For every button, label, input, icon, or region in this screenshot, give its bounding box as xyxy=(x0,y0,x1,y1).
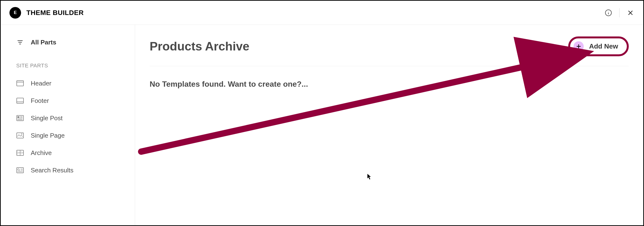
topbar: E THEME BUILDER xyxy=(1,1,643,25)
sidebar-item-label: Footer xyxy=(31,97,49,105)
svg-point-19 xyxy=(21,133,22,134)
plus-icon xyxy=(574,41,584,51)
sidebar-item-label: Search Results xyxy=(31,167,73,174)
add-new-label: Add New xyxy=(589,42,618,50)
body: All Parts SITE PARTS Header Footer xyxy=(1,25,643,225)
svg-rect-6 xyxy=(18,42,22,43)
main-content: Products Archive Add New No Templates fo… xyxy=(135,25,643,225)
add-new-button[interactable]: Add New xyxy=(568,36,629,56)
svg-point-25 xyxy=(21,151,21,152)
footer-icon xyxy=(16,97,24,105)
sidebar-section-label: SITE PARTS xyxy=(1,51,135,75)
header-icon xyxy=(16,79,24,87)
archive-icon xyxy=(16,149,24,157)
svg-rect-5 xyxy=(18,40,23,41)
sidebar-item-label: Single Page xyxy=(31,132,65,139)
sidebar-item-header[interactable]: Header xyxy=(1,75,135,92)
logo-text: E xyxy=(14,10,17,15)
svg-point-23 xyxy=(18,151,18,152)
info-icon[interactable] xyxy=(604,9,612,17)
single-post-icon xyxy=(16,114,24,122)
svg-rect-8 xyxy=(17,81,24,86)
svg-rect-7 xyxy=(19,44,21,44)
sidebar-item-label: All Parts xyxy=(31,39,56,46)
svg-point-24 xyxy=(18,154,18,154)
sidebar-item-archive[interactable]: Archive xyxy=(1,144,135,162)
sidebar-item-all-parts[interactable]: All Parts xyxy=(1,34,135,51)
close-icon[interactable] xyxy=(626,9,634,17)
topbar-left: E THEME BUILDER xyxy=(10,7,84,19)
svg-point-26 xyxy=(21,154,21,154)
svg-point-28 xyxy=(18,169,19,170)
search-results-icon xyxy=(16,166,24,174)
sidebar: All Parts SITE PARTS Header Footer xyxy=(1,25,135,225)
sidebar-item-single-post[interactable]: Single Post xyxy=(1,109,135,127)
empty-state-text: No Templates found. Want to create one?.… xyxy=(150,66,629,89)
sidebar-item-footer[interactable]: Footer xyxy=(1,92,135,109)
main-header: Products Archive Add New xyxy=(150,36,629,66)
page-title: Products Archive xyxy=(150,39,249,53)
single-page-icon xyxy=(16,132,24,139)
sidebar-item-label: Header xyxy=(31,80,51,87)
sidebar-item-search-results[interactable]: Search Results xyxy=(1,162,135,179)
svg-rect-18 xyxy=(17,133,24,138)
topbar-right xyxy=(604,8,634,17)
svg-line-29 xyxy=(19,170,20,171)
app-logo: E xyxy=(10,7,21,19)
sidebar-item-single-page[interactable]: Single Page xyxy=(1,127,135,144)
sidebar-item-label: Archive xyxy=(31,149,52,157)
filter-icon xyxy=(16,38,24,46)
app-title: THEME BUILDER xyxy=(26,9,84,17)
sidebar-item-label: Single Post xyxy=(31,114,63,122)
svg-rect-10 xyxy=(17,98,24,103)
topbar-divider xyxy=(619,8,620,17)
svg-rect-13 xyxy=(18,116,19,118)
